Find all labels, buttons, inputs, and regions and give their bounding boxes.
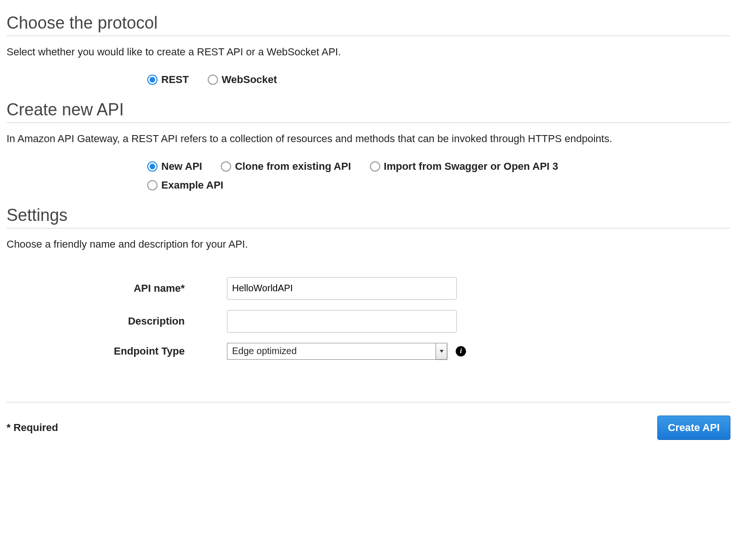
endpoint-type-row: Endpoint Type Edge optimized i (7, 343, 730, 360)
create-new-api-radio[interactable]: New API (147, 160, 202, 173)
api-name-input[interactable] (227, 277, 457, 300)
radio-dot-icon (221, 161, 231, 172)
create-new-api-label: New API (161, 160, 202, 173)
radio-dot-icon (147, 161, 158, 172)
endpoint-type-label: Endpoint Type (7, 345, 227, 357)
description-label: Description (7, 315, 227, 327)
protocol-rest-radio[interactable]: REST (147, 74, 189, 86)
api-name-label: API name* (7, 282, 227, 295)
radio-dot-icon (208, 75, 218, 85)
protocol-websocket-label: WebSocket (222, 74, 277, 86)
api-name-row: API name* (7, 277, 730, 300)
radio-dot-icon (370, 161, 380, 172)
create-heading: Create new API (7, 100, 730, 123)
settings-heading: Settings (7, 205, 730, 228)
create-description: In Amazon API Gateway, a REST API refers… (7, 131, 730, 146)
protocol-description: Select whether you would like to create … (7, 45, 730, 60)
settings-description: Choose a friendly name and description f… (7, 237, 730, 252)
endpoint-type-value: Edge optimized (227, 346, 436, 356)
create-clone-label: Clone from existing API (235, 160, 351, 173)
protocol-radio-group: REST WebSocket (7, 74, 730, 86)
create-import-label: Import from Swagger or Open API 3 (384, 160, 558, 173)
endpoint-type-select[interactable]: Edge optimized (227, 343, 447, 360)
create-api-button[interactable]: Create API (657, 416, 730, 440)
required-note: * Required (7, 422, 58, 434)
create-clone-radio[interactable]: Clone from existing API (221, 160, 351, 173)
create-radio-group: New API Clone from existing API Import f… (7, 160, 730, 191)
description-input[interactable] (227, 310, 457, 333)
create-example-radio[interactable]: Example API (147, 179, 223, 191)
radio-dot-icon (147, 75, 158, 85)
protocol-rest-label: REST (161, 74, 189, 86)
protocol-heading: Choose the protocol (7, 13, 730, 36)
info-icon[interactable]: i (456, 346, 466, 356)
create-example-label: Example API (161, 179, 223, 191)
svg-marker-0 (440, 350, 444, 353)
chevron-down-icon[interactable] (436, 343, 447, 359)
protocol-websocket-radio[interactable]: WebSocket (208, 74, 277, 86)
description-row: Description (7, 310, 730, 333)
create-import-radio[interactable]: Import from Swagger or Open API 3 (370, 160, 558, 173)
footer: * Required Create API (7, 402, 730, 440)
radio-dot-icon (147, 180, 158, 190)
